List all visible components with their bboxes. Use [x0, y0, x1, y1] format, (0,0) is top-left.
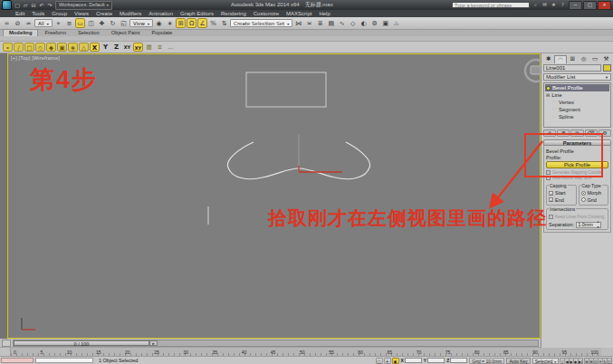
angle-snap-icon[interactable]: ∠ [197, 18, 207, 28]
maxscript-mini-listener-white[interactable] [35, 358, 93, 363]
object-color-swatch[interactable] [603, 64, 611, 72]
tab-display[interactable]: ▭ [589, 55, 599, 63]
time-slider-handle[interactable]: 0 / 100 [14, 340, 149, 346]
isolate-selection-icon[interactable]: ○ [376, 358, 383, 364]
undo-icon[interactable]: ↶ [38, 2, 45, 8]
tab-populate[interactable]: Populate [146, 30, 177, 36]
schematic-view-icon[interactable]: ◇ [348, 18, 358, 28]
percent-snap-icon[interactable]: % [208, 18, 218, 28]
communication-center-icon[interactable]: ✉ [541, 2, 549, 8]
cap-type-grid-radio[interactable]: Grid [581, 197, 607, 203]
material-editor-icon[interactable]: ◐ [359, 18, 369, 28]
workspace-dropdown[interactable]: Workspaces: Default [55, 1, 112, 10]
vertex-mode-icon[interactable]: ∙ [3, 43, 13, 52]
radio-selected-icon[interactable] [581, 191, 586, 196]
open-file-icon[interactable]: ▱ [22, 2, 29, 8]
z-coordinate-field[interactable] [450, 358, 467, 363]
preview-subobject-icon[interactable]: ▣ [57, 43, 67, 52]
cap-start-checkbox[interactable]: Start [549, 190, 574, 196]
selection-filter-dropdown[interactable]: All [34, 19, 53, 27]
redo-icon[interactable]: ↷ [46, 2, 53, 8]
unlink-selection-icon[interactable]: ⊘ [13, 18, 23, 28]
align-icon[interactable]: ≍ [304, 18, 314, 28]
border-mode-icon[interactable]: ▢ [24, 43, 34, 52]
axis-xy-button[interactable]: XY [122, 43, 132, 52]
x-coordinate-field[interactable] [405, 358, 422, 363]
grid-display-icon[interactable]: ≡ [155, 43, 165, 52]
keyboard-override-icon[interactable]: ⊞ [176, 18, 186, 28]
app-logo-icon[interactable] [2, 0, 12, 10]
element-mode-icon[interactable]: ◆ [46, 43, 56, 52]
render-setup-icon[interactable]: ⚙ [369, 18, 379, 28]
axis-z-button[interactable]: Z [111, 43, 121, 52]
track-bar-ruler[interactable]: 0510152025303540455055606570758085909510… [11, 348, 601, 356]
tab-create[interactable]: ✱ [543, 55, 553, 63]
stack-item-bevel-profile[interactable]: Bevel Profile [545, 84, 609, 91]
save-file-icon[interactable]: ⊟ [30, 2, 37, 8]
keep-lines-checkbox[interactable]: Keep Lines From Crossing [549, 215, 606, 219]
select-and-link-icon[interactable]: ∞ [2, 18, 12, 28]
rectangle-shape[interactable] [246, 72, 326, 107]
select-and-scale-icon[interactable]: ◱ [119, 18, 129, 28]
statistics-icon[interactable]: ▥ [144, 43, 154, 52]
tab-hierarchy[interactable]: ⊞ [568, 55, 578, 63]
auto-key-button[interactable]: Auto Key [506, 358, 530, 364]
cap-type-morph-radio[interactable]: Morph [581, 190, 607, 196]
maximize-viewport-icon[interactable]: ◱ [607, 358, 612, 364]
tab-modify[interactable]: ◠ [554, 55, 566, 63]
stack-item-line[interactable]: ⊟ Line [545, 91, 609, 99]
collapse-icon[interactable]: ⊟ [546, 91, 550, 99]
minimize-button[interactable]: ─ [569, 1, 582, 10]
selection-lock-icon[interactable]: ▪ [392, 358, 399, 364]
tab-utilities[interactable]: ⚒ [601, 55, 611, 63]
reference-coordinate-dropdown[interactable]: View [129, 19, 153, 27]
select-and-rotate-icon[interactable]: ↻ [108, 18, 118, 28]
stack-item-vertex[interactable]: Vertex [545, 99, 609, 106]
render-production-icon[interactable]: ♨ [391, 18, 401, 28]
key-filter-dropdown[interactable]: Selected [532, 358, 559, 364]
axis-xy-lock-button[interactable]: XY [133, 43, 143, 52]
pivot-mode-icon[interactable]: ◈ [68, 43, 78, 52]
bind-to-spacewarp-icon[interactable]: ≈ [24, 18, 34, 28]
polygon-mode-icon[interactable]: ◇ [35, 43, 45, 52]
cap-end-checkbox[interactable]: End [549, 197, 574, 203]
next-frame-arrow[interactable]: ► [149, 340, 158, 346]
axis-x-button[interactable]: X [90, 43, 100, 52]
stack-item-spline[interactable]: Spline [545, 113, 609, 120]
window-crossing-icon[interactable]: ◫ [86, 18, 96, 28]
select-and-move-icon[interactable]: ✚ [97, 18, 107, 28]
selection-region-icon[interactable]: ▭ [75, 18, 85, 28]
go-to-end-button[interactable]: ▶| [578, 358, 583, 364]
named-selection-dropdown[interactable]: Create Selection Set [230, 19, 292, 27]
ribbon-toggle-icon[interactable]: ▤ [326, 18, 336, 28]
close-button[interactable]: ✕ [598, 1, 611, 10]
mirror-icon[interactable]: ⋈ [293, 18, 303, 28]
layer-manager-icon[interactable]: ≣ [315, 18, 325, 28]
checkbox-checked-icon[interactable] [549, 197, 553, 202]
time-slider-track[interactable]: 0 / 100 ► [13, 340, 539, 347]
tab-motion[interactable]: ◎ [579, 55, 589, 63]
maximize-button[interactable]: □ [583, 1, 597, 10]
more-options-icon[interactable]: … [166, 43, 176, 52]
constraints-icon[interactable]: △ [79, 43, 89, 52]
object-name-field[interactable]: Line001 [543, 64, 601, 72]
radio-icon[interactable] [581, 197, 586, 202]
curve-editor-icon[interactable]: ∿ [337, 18, 347, 28]
select-object-icon[interactable]: ⌖ [53, 18, 63, 28]
modifier-list-dropdown[interactable]: Modifier List ▼ [543, 73, 611, 81]
offset-mode-icon[interactable]: + [384, 358, 391, 364]
spinner-arrows-icon[interactable]: ▲▼ [597, 219, 599, 230]
favorites-icon[interactable]: ★ [550, 2, 558, 8]
search-icon[interactable]: ⌕ [532, 2, 540, 8]
checkbox-icon[interactable] [549, 215, 553, 219]
search-input[interactable]: Type a keyword or phrase [452, 2, 530, 8]
select-and-manipulate-icon[interactable]: ∗ [165, 18, 175, 28]
snap-toggle-icon[interactable]: Ω [187, 18, 196, 28]
axis-y-button[interactable]: Y [101, 43, 110, 52]
y-coordinate-field[interactable] [427, 358, 445, 363]
select-by-name-icon[interactable]: ≡ [64, 18, 74, 28]
track-bar-filter-button[interactable] [0, 348, 11, 356]
new-scene-icon[interactable]: ▢ [14, 2, 21, 8]
edge-mode-icon[interactable]: ∕ [14, 43, 24, 52]
tab-modeling[interactable]: Modeling [3, 29, 38, 36]
